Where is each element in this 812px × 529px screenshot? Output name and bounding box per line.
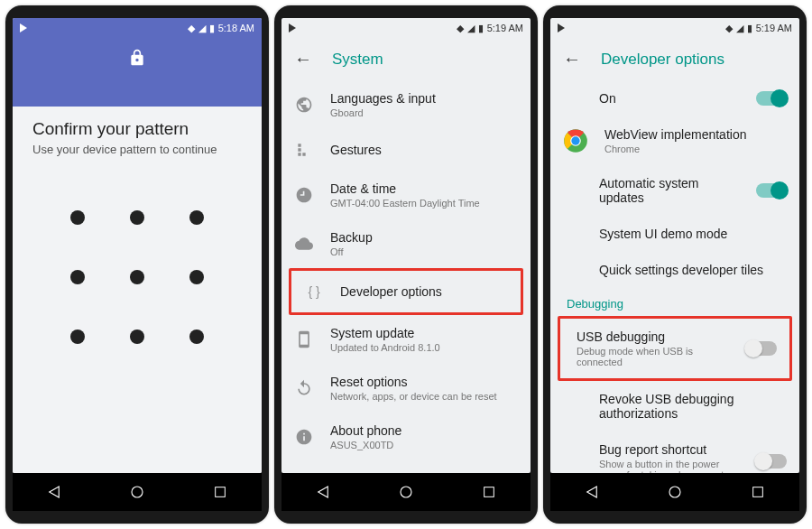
back-button[interactable]: ← (294, 49, 312, 70)
item-title: Backup (330, 230, 518, 245)
item-about[interactable]: About phoneASUS_X00TD (281, 413, 531, 461)
toggle-bug-report[interactable] (756, 454, 787, 469)
item-title: Automatic system updates (599, 176, 740, 205)
status-bar: ◆ ◢ ▮ 5:19 AM (550, 18, 799, 38)
status-bar: ◆ ◢ ▮ 5:18 AM (13, 18, 262, 38)
svg-rect-1 (216, 487, 226, 497)
item-revoke[interactable]: Revoke USB debugging authorizations (550, 381, 799, 432)
item-sub: Updated to Android 8.1.0 (330, 342, 518, 353)
item-title: System UI demo mode (599, 227, 787, 241)
screen-2: ◆ ◢ ▮ 5:19 AM ← System Languages & input… (281, 18, 531, 473)
nav-home[interactable] (396, 482, 416, 502)
pattern-dot[interactable] (189, 329, 204, 344)
lock-icon (128, 47, 146, 72)
phone-2: ◆ ◢ ▮ 5:19 AM ← System Languages & input… (274, 5, 538, 524)
item-datetime[interactable]: Date & timeGMT-04:00 Eastern Daylight Ti… (281, 171, 531, 219)
highlight-usb-debugging: USB debuggingDebug mode when USB is conn… (558, 316, 792, 381)
item-title: USB debugging (577, 329, 730, 344)
highlight-developer-options: { } Developer options (289, 268, 523, 315)
label-icon (294, 472, 314, 473)
item-sub: GMT-04:00 Eastern Daylight Time (330, 198, 518, 209)
pattern-dot[interactable] (130, 210, 144, 225)
item-languages[interactable]: Languages & inputGboard (281, 80, 531, 129)
battery-icon: ▮ (209, 23, 215, 34)
update-icon (294, 329, 314, 349)
settings-list: Languages & inputGboard Gestures Date & … (281, 80, 531, 473)
item-reset[interactable]: Reset optionsNetwork, apps, or device ca… (281, 364, 531, 413)
wifi-icon: ◆ (457, 23, 464, 34)
battery-icon: ▮ (478, 23, 484, 34)
item-sub: Show a button in the power menu for taki… (599, 459, 740, 473)
nav-back[interactable] (313, 482, 333, 502)
item-usb-debugging[interactable]: USB debuggingDebug mode when USB is conn… (560, 319, 789, 378)
item-bug-report[interactable]: Bug report shortcutShow a button in the … (550, 432, 799, 473)
item-webview[interactable]: WebView implementationChrome (550, 116, 799, 165)
battery-icon: ▮ (747, 23, 752, 34)
screen-1: ◆ ◢ ▮ 5:18 AM Confirm your pattern Use y… (13, 18, 262, 473)
nav-bar (281, 473, 531, 511)
item-sub: Chrome (604, 144, 787, 154)
item-sub: ASUS_X00TD (330, 440, 518, 450)
item-backup[interactable]: BackupOff (281, 219, 531, 268)
back-button[interactable]: ← (563, 49, 581, 70)
item-system-update[interactable]: System updateUpdated to Android 8.1.0 (281, 315, 531, 364)
nav-recent[interactable] (479, 482, 499, 502)
item-sub: Network, apps, or device can be reset (330, 391, 518, 402)
toggle-on[interactable] (756, 91, 787, 106)
svg-rect-3 (484, 487, 494, 497)
page-title: Developer options (601, 51, 724, 69)
nav-home[interactable] (665, 482, 685, 502)
signal-icon: ◢ (467, 23, 475, 34)
globe-icon (294, 95, 314, 115)
pattern-dot[interactable] (70, 210, 85, 225)
item-gestures[interactable]: Gestures (281, 129, 531, 171)
on-label: On (599, 91, 740, 106)
item-auto-updates[interactable]: Automatic system updates (550, 165, 799, 216)
backup-icon (294, 234, 314, 254)
reset-icon (294, 378, 314, 398)
nav-bar (550, 473, 799, 511)
nav-back[interactable] (44, 482, 64, 502)
signal-icon: ◢ (736, 23, 743, 34)
nav-recent[interactable] (748, 482, 768, 502)
svg-point-2 (401, 487, 411, 497)
pattern-dot[interactable] (130, 329, 144, 344)
clock: 5:19 AM (487, 23, 523, 33)
svg-point-9 (669, 487, 680, 497)
toggle-auto-updates[interactable] (756, 183, 787, 198)
pattern-dot[interactable] (189, 210, 204, 225)
gestures-icon (294, 140, 314, 160)
nav-back[interactable] (582, 482, 602, 502)
pattern-dot[interactable] (130, 270, 144, 284)
item-quick-tiles[interactable]: Quick settings developer tiles (550, 252, 799, 288)
page-title: System (332, 51, 383, 69)
item-developer-options[interactable]: { } Developer options (291, 271, 521, 312)
nav-recent[interactable] (210, 482, 230, 502)
item-title: Date & time (330, 181, 518, 196)
svg-point-0 (132, 487, 143, 497)
pattern-grid[interactable] (13, 210, 262, 344)
item-title: About phone (330, 423, 518, 438)
item-title: Reset options (330, 375, 518, 389)
nav-home[interactable] (127, 482, 147, 502)
item-title: System update (330, 326, 518, 340)
status-bar: ◆ ◢ ▮ 5:19 AM (281, 18, 531, 38)
item-master-toggle[interactable]: On (550, 80, 799, 116)
screen-3: ◆ ◢ ▮ 5:19 AM ← Developer options On Web… (550, 18, 799, 473)
play-icon (289, 23, 296, 32)
svg-point-8 (571, 136, 579, 144)
toggle-usb-debugging[interactable] (746, 341, 777, 356)
item-sub: Debug mode when USB is connected (577, 346, 730, 367)
info-icon (294, 427, 314, 447)
pattern-dot[interactable] (189, 270, 204, 284)
dev-options-list: On WebView implementationChrome Automati… (550, 80, 799, 473)
phone-1: ◆ ◢ ▮ 5:18 AM Confirm your pattern Use y… (5, 5, 269, 524)
confirm-subtitle: Use your device pattern to continue (32, 143, 242, 156)
item-sub: Gboard (330, 107, 518, 118)
pattern-dot[interactable] (70, 270, 85, 284)
phone-3: ◆ ◢ ▮ 5:19 AM ← Developer options On Web… (543, 5, 807, 524)
item-regulatory[interactable]: Regulatory labels (281, 461, 531, 473)
pattern-dot[interactable] (70, 329, 85, 344)
item-demo-mode[interactable]: System UI demo mode (550, 216, 799, 252)
svg-rect-10 (753, 487, 763, 497)
